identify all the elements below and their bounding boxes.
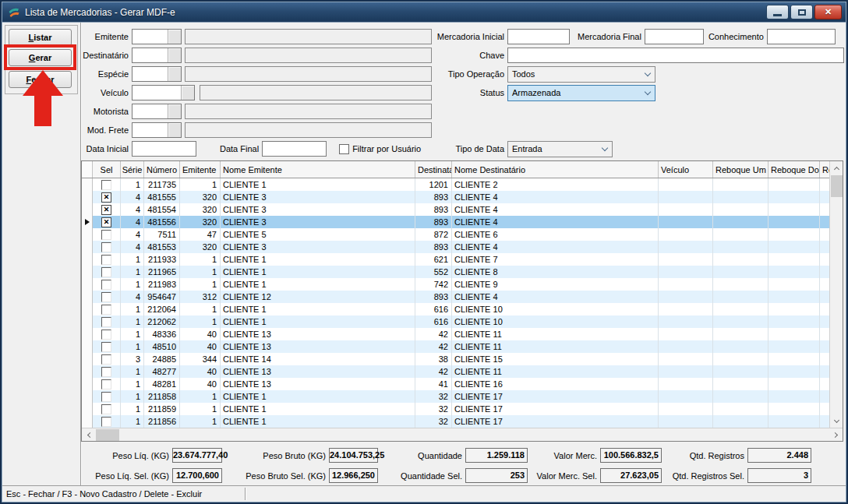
table-row[interactable]: 12120641CLIENTE 1616CLIENTE 10: [82, 303, 831, 315]
close-button[interactable]: ✕: [814, 5, 842, 19]
especie-lookup-button[interactable]: [168, 67, 181, 81]
row-checkbox[interactable]: ✕: [101, 217, 111, 227]
table-row[interactable]: 324885344CLIENTE 1438CLIENTE 15: [82, 353, 831, 365]
destinatario-display-field: [185, 48, 432, 63]
row-checkbox[interactable]: [101, 242, 111, 252]
scroll-up-button[interactable]: [830, 161, 843, 174]
row-checkbox[interactable]: [101, 379, 111, 389]
titlebar[interactable]: Lista de Mercadorias - Gerar MDF-e ✕: [2, 2, 846, 22]
listar-button[interactable]: Listar: [9, 29, 72, 46]
motorista-input[interactable]: [132, 104, 168, 118]
table-row[interactable]: 12119651CLIENTE 1552CLIENTE 8: [82, 266, 831, 278]
row-checkbox[interactable]: [101, 342, 111, 352]
row-checkbox[interactable]: [101, 305, 111, 315]
mod-frete-input[interactable]: [132, 123, 168, 137]
table-row[interactable]: 14851040CLIENTE 1342CLIENTE 11: [82, 340, 831, 353]
tipo-data-select[interactable]: Entrada: [507, 141, 613, 157]
table-row[interactable]: ✕4481554320CLIENTE 3893CLIENTE 4: [82, 203, 831, 216]
conhecimento-input[interactable]: [767, 29, 836, 44]
column-header-veiculo[interactable]: Veículo: [659, 161, 713, 178]
table-cell: CLIENTE 13: [221, 378, 415, 390]
especie-input[interactable]: [132, 67, 168, 81]
table-cell: [93, 353, 121, 365]
scroll-down-button[interactable]: [830, 414, 843, 428]
vertical-scroll-thumb[interactable]: [831, 175, 843, 197]
table-cell: [713, 203, 768, 216]
table-row[interactable]: 12118591CLIENTE 132CLIENTE 17: [82, 403, 831, 415]
row-checkbox[interactable]: [101, 404, 111, 414]
table-row[interactable]: 12118581CLIENTE 132CLIENTE 17: [82, 390, 831, 403]
tipo-operacao-label: Tipo Operação: [434, 69, 504, 79]
table-cell: 1: [121, 365, 144, 378]
minimize-button[interactable]: [766, 5, 789, 19]
emitente-lookup-button[interactable]: [168, 30, 181, 44]
column-header-destinatario[interactable]: Destinatário: [415, 161, 452, 178]
column-header-nome-destinatario[interactable]: Nome Destinatário: [452, 161, 659, 178]
row-checkbox[interactable]: [101, 367, 111, 377]
table-cell: [713, 303, 768, 315]
table-cell: 1: [180, 415, 221, 428]
status-select[interactable]: Armazenada: [507, 85, 655, 101]
table-row[interactable]: 4481553320CLIENTE 3893CLIENTE 4: [82, 241, 831, 253]
column-header-emitente[interactable]: Emitente: [180, 161, 221, 178]
column-header-reboque-um[interactable]: Reboque Um: [713, 161, 768, 178]
table-row[interactable]: 14833640CLIENTE 1342CLIENTE 11: [82, 328, 831, 340]
maximize-button[interactable]: [790, 5, 813, 19]
row-checkbox[interactable]: ✕: [101, 205, 111, 215]
destinatario-input[interactable]: [132, 48, 168, 62]
table-cell: [93, 315, 121, 328]
row-checkbox[interactable]: [101, 292, 111, 302]
table-row[interactable]: 14827740CLIENTE 1342CLIENTE 11: [82, 365, 831, 378]
table-cell: 621: [415, 253, 452, 266]
mod-frete-lookup-button[interactable]: [168, 123, 181, 137]
motorista-lookup-button[interactable]: [168, 104, 181, 118]
row-checkbox[interactable]: [101, 317, 111, 327]
horizontal-scroll-thumb[interactable]: [96, 429, 119, 441]
chevron-up-icon: [834, 166, 839, 171]
vertical-scrollbar[interactable]: [829, 161, 843, 428]
veiculo-lookup-button[interactable]: [181, 86, 194, 100]
table-row[interactable]: 4751147CLIENTE 5872CLIENTE 6: [82, 228, 831, 241]
veiculo-input[interactable]: [132, 86, 181, 100]
table-row[interactable]: 4954647312CLIENTE 12893CLIENTE 4: [82, 291, 831, 303]
table-row[interactable]: 12119331CLIENTE 1621CLIENTE 7: [82, 253, 831, 266]
tipo-operacao-select[interactable]: Todos: [507, 66, 655, 83]
scroll-left-button[interactable]: [82, 428, 95, 442]
row-checkbox[interactable]: [101, 267, 111, 277]
table-row[interactable]: ✕4481555320CLIENTE 3893CLIENTE 4: [82, 191, 831, 203]
table-row[interactable]: ✕4481556320CLIENTE 3893CLIENTE 4: [82, 216, 831, 228]
gerar-button[interactable]: Gerar: [9, 49, 72, 66]
row-checkbox[interactable]: ✕: [101, 192, 111, 203]
table-row[interactable]: 12117351CLIENTE 11201CLIENTE 2: [82, 178, 831, 191]
row-checkbox[interactable]: [101, 255, 111, 265]
column-header-sel[interactable]: Sel: [93, 161, 121, 178]
table-row[interactable]: 12118561CLIENTE 132CLIENTE 17: [82, 415, 831, 428]
column-header-serie[interactable]: Série: [121, 161, 144, 178]
destinatario-lookup-button[interactable]: [168, 48, 181, 62]
data-inicial-input[interactable]: [132, 141, 196, 157]
horizontal-scrollbar[interactable]: [82, 428, 843, 441]
table-cell: CLIENTE 4: [452, 291, 659, 303]
row-checkbox[interactable]: [101, 280, 111, 290]
scroll-right-button[interactable]: [829, 428, 843, 442]
row-checkbox[interactable]: [101, 330, 111, 340]
column-header-numero[interactable]: Número: [144, 161, 180, 178]
emitente-input[interactable]: [132, 30, 168, 44]
column-header-nome-emitente[interactable]: Nome Emitente: [221, 161, 415, 178]
table-cell: [768, 365, 820, 378]
table-row[interactable]: 12119831CLIENTE 1742CLIENTE 9: [82, 278, 831, 291]
row-checkbox[interactable]: [101, 354, 111, 365]
chave-input[interactable]: [507, 48, 844, 63]
data-final-input[interactable]: [262, 141, 327, 157]
row-checkbox[interactable]: [101, 417, 111, 427]
row-checkbox[interactable]: [101, 392, 111, 402]
table-row[interactable]: 14828140CLIENTE 1341CLIENTE 16: [82, 378, 831, 390]
mercadoria-inicial-input[interactable]: [507, 29, 570, 44]
column-header-reboque-dois[interactable]: Reboque Dois: [768, 161, 820, 178]
mercadoria-final-input[interactable]: [645, 29, 704, 44]
especie-display-field: [185, 66, 432, 82]
row-checkbox[interactable]: [101, 230, 111, 240]
table-row[interactable]: 12120621CLIENTE 1616CLIENTE 10: [82, 315, 831, 328]
row-checkbox[interactable]: [101, 180, 111, 190]
filtrar-usuario-checkbox[interactable]: [339, 144, 349, 154]
